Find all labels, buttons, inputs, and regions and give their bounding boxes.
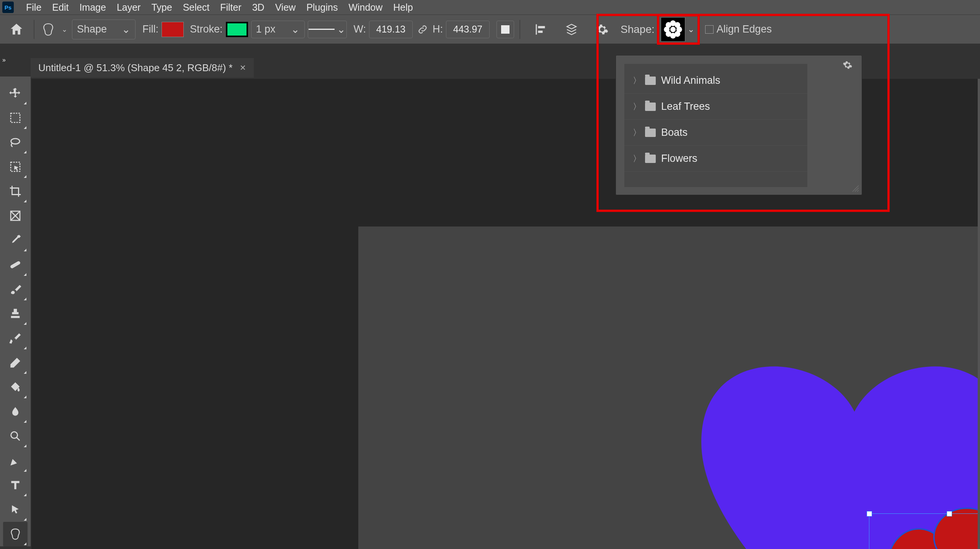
align-button[interactable] <box>526 18 556 41</box>
stamp-tool[interactable] <box>3 301 28 326</box>
gear-icon <box>596 23 609 36</box>
tool-dropdown-chevron[interactable]: ⌄ <box>60 25 69 34</box>
svg-point-8 <box>666 22 671 28</box>
stroke-style-dropdown[interactable]: ⌄ <box>308 21 347 38</box>
custom-shape-tool[interactable] <box>3 522 28 546</box>
folder-icon <box>645 77 656 85</box>
menu-edit[interactable]: Edit <box>47 0 74 15</box>
close-icon[interactable]: ✕ <box>240 63 246 72</box>
divider <box>519 20 520 39</box>
home-button[interactable] <box>5 18 28 41</box>
pen-tool[interactable] <box>3 448 28 473</box>
menu-layer[interactable]: Layer <box>111 0 146 15</box>
menu-plugins[interactable]: Plugins <box>301 0 343 15</box>
move-icon <box>9 87 22 100</box>
eraser-icon <box>9 356 22 369</box>
healing-tool[interactable] <box>3 253 28 277</box>
crop-tool[interactable] <box>3 179 28 204</box>
line-icon <box>309 29 335 30</box>
expand-icon: 〉 <box>633 75 640 86</box>
eraser-tool[interactable] <box>3 350 28 375</box>
chevron-down-icon: ⌄ <box>122 23 131 36</box>
shape-mode-dropdown[interactable]: Shape ⌄ <box>72 20 136 39</box>
stroke-swatch[interactable] <box>226 22 248 37</box>
link-wh-button[interactable] <box>416 23 430 36</box>
fill-label: Fill: <box>142 23 158 35</box>
resize-grip-icon[interactable] <box>852 185 859 192</box>
brush-tool[interactable] <box>3 277 28 301</box>
stamp-icon <box>9 307 22 320</box>
stroke-label: Stroke: <box>190 23 223 35</box>
gradient-tool[interactable] <box>3 375 28 399</box>
frame-tool[interactable] <box>3 204 28 228</box>
chevron-down-icon: ⌄ <box>337 23 346 36</box>
current-tool-icon[interactable] <box>40 21 57 38</box>
shape-folder-boats[interactable]: 〉 Boats <box>624 120 807 146</box>
arrange-button[interactable] <box>556 18 587 41</box>
menu-type[interactable]: Type <box>146 0 177 15</box>
menu-view[interactable]: View <box>270 0 301 15</box>
menu-3d[interactable]: 3D <box>247 0 270 15</box>
blob-icon <box>8 527 22 541</box>
menu-window[interactable]: Window <box>343 0 388 15</box>
mask-mode-button[interactable] <box>497 21 514 38</box>
expand-icon: 〉 <box>633 101 640 112</box>
width-input[interactable] <box>369 21 413 38</box>
menu-file[interactable]: File <box>21 0 47 15</box>
svg-point-3 <box>670 27 676 32</box>
expand-icon: 〉 <box>633 127 640 138</box>
type-tool[interactable] <box>3 473 28 497</box>
eyedropper-tool[interactable] <box>3 228 28 253</box>
svg-point-9 <box>675 22 680 28</box>
drop-icon <box>9 406 21 418</box>
options-bar: ⌄ Shape ⌄ Fill: Stroke: 1 px ⌄ ⌄ W: H: S… <box>0 15 980 44</box>
blur-tool[interactable] <box>3 399 28 424</box>
chevron-down-icon[interactable]: ⌄ <box>686 24 696 34</box>
stroke-width-input[interactable]: 1 px ⌄ <box>251 21 305 38</box>
gear-icon <box>843 60 853 70</box>
resize-handle-tl[interactable] <box>867 511 872 516</box>
folder-label: Boats <box>661 127 688 138</box>
panel-menu-button[interactable] <box>843 60 853 73</box>
resize-handle-tc[interactable] <box>947 511 952 516</box>
shape-folder-wild-animals[interactable]: 〉 Wild Animals <box>624 68 807 94</box>
shape-picker-highlighted: ⌄ <box>657 14 700 45</box>
brush-icon <box>9 283 22 296</box>
history-brush-tool[interactable] <box>3 326 28 350</box>
fill-swatch[interactable] <box>162 22 184 37</box>
settings-button[interactable] <box>587 18 617 41</box>
right-panel-edge <box>978 79 980 549</box>
document-tabs: Untitled-1 @ 51.3% (Shape 45 2, RGB/8#) … <box>31 57 254 78</box>
folder-icon <box>645 103 656 111</box>
shape-thumbnail[interactable] <box>661 17 685 42</box>
folder-icon <box>645 155 656 163</box>
app-logo: Ps <box>2 2 14 13</box>
shape-folder-leaf-trees[interactable]: 〉 Leaf Trees <box>624 94 807 120</box>
marquee-tool[interactable] <box>3 106 28 130</box>
selection-bounds[interactable] <box>869 513 980 549</box>
shape-folder-flowers[interactable]: 〉 Flowers <box>624 146 807 172</box>
dodge-tool[interactable] <box>3 424 28 448</box>
eyedropper-icon <box>9 234 22 247</box>
menu-filter[interactable]: Filter <box>215 0 247 15</box>
align-edges-checkbox[interactable] <box>705 25 714 34</box>
folder-label: Flowers <box>661 153 697 165</box>
stack-icon <box>565 23 578 36</box>
menu-image[interactable]: Image <box>74 0 111 15</box>
home-icon <box>9 22 24 37</box>
lasso-tool[interactable] <box>3 130 28 155</box>
document-tab[interactable]: Untitled-1 @ 51.3% (Shape 45 2, RGB/8#) … <box>31 58 254 78</box>
move-tool[interactable] <box>3 81 28 106</box>
width-label: W: <box>354 23 366 35</box>
menu-bar: Ps File Edit Image Layer Type Select Fil… <box>0 0 980 15</box>
path-select-tool[interactable] <box>3 497 28 522</box>
object-select-tool[interactable] <box>3 155 28 179</box>
collapse-panel-icon[interactable]: » <box>2 57 6 64</box>
menu-select[interactable]: Select <box>178 0 215 15</box>
menu-help[interactable]: Help <box>388 0 418 15</box>
svg-rect-12 <box>11 113 20 122</box>
height-input[interactable] <box>446 21 490 38</box>
align-left-icon <box>534 23 548 36</box>
crop-icon <box>9 185 22 198</box>
left-toolbar <box>0 77 31 546</box>
